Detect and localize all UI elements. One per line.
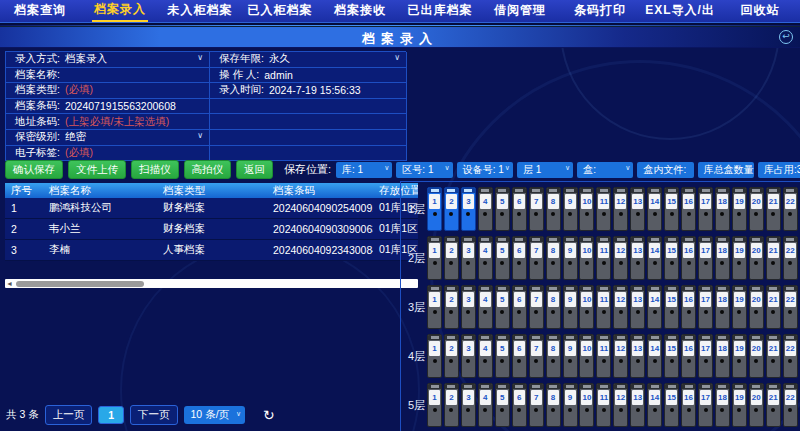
archive-box[interactable]: 1 <box>427 383 442 427</box>
archive-box[interactable]: 5 <box>495 383 510 427</box>
archive-box[interactable]: 2 <box>444 334 459 378</box>
archive-box[interactable]: 18 <box>715 334 730 378</box>
archive-box[interactable]: 14 <box>647 236 662 280</box>
archive-box[interactable]: 17 <box>698 285 713 329</box>
archive-box[interactable]: 2 <box>444 236 459 280</box>
archive-box[interactable]: 6 <box>512 383 527 427</box>
archive-box[interactable]: 3 <box>461 187 476 231</box>
archive-box[interactable]: 12 <box>613 236 628 280</box>
archive-box[interactable]: 15 <box>664 383 679 427</box>
archive-box[interactable]: 5 <box>495 236 510 280</box>
archive-box[interactable]: 17 <box>698 236 713 280</box>
archive-box[interactable]: 13 <box>630 187 645 231</box>
nav-tab[interactable]: 条码打印 <box>560 1 640 21</box>
archive-box[interactable]: 19 <box>732 187 747 231</box>
archive-box[interactable]: 11 <box>596 383 611 427</box>
archive-box[interactable]: 15 <box>664 236 679 280</box>
archive-box[interactable]: 7 <box>529 187 544 231</box>
archive-box[interactable]: 3 <box>461 285 476 329</box>
archive-box[interactable]: 8 <box>546 383 561 427</box>
archive-box[interactable]: 4 <box>478 236 493 280</box>
archive-box[interactable]: 9 <box>563 334 578 378</box>
archive-box[interactable]: 16 <box>681 236 696 280</box>
nav-tab[interactable]: 回收站 <box>720 1 800 21</box>
archive-box[interactable]: 9 <box>563 285 578 329</box>
archive-box[interactable]: 18 <box>715 187 730 231</box>
archive-box[interactable]: 2 <box>444 187 459 231</box>
location-select[interactable]: 库占用:3∨ <box>758 162 800 178</box>
refresh-icon[interactable]: ↻ <box>263 407 275 423</box>
archive-box[interactable]: 1 <box>427 285 442 329</box>
archive-box[interactable]: 13 <box>630 236 645 280</box>
table-row[interactable]: 1鹏鸿科技公司财务档案202406040902540091701库1区 <box>5 198 418 219</box>
nav-tab[interactable]: 档案接收 <box>320 1 400 21</box>
archive-box[interactable]: 21 <box>766 236 781 280</box>
archive-box[interactable]: 3 <box>461 383 476 427</box>
archive-box[interactable]: 13 <box>630 383 645 427</box>
archive-box[interactable]: 1 <box>427 334 442 378</box>
archive-box[interactable]: 3 <box>461 334 476 378</box>
archive-box[interactable]: 14 <box>647 334 662 378</box>
archive-box[interactable]: 6 <box>512 334 527 378</box>
archive-box[interactable]: 7 <box>529 334 544 378</box>
location-select[interactable]: 层 1∨ <box>517 162 573 178</box>
action-button[interactable]: 返回 <box>236 160 273 179</box>
location-select[interactable]: 库: 1∨ <box>336 162 392 178</box>
action-button[interactable]: 确认保存 <box>5 160 63 179</box>
archive-box[interactable]: 14 <box>647 383 662 427</box>
archive-box[interactable]: 5 <box>495 187 510 231</box>
archive-box[interactable]: 18 <box>715 236 730 280</box>
location-select[interactable]: 区号: 1∨ <box>396 162 452 178</box>
archive-box[interactable]: 11 <box>596 187 611 231</box>
archive-box[interactable]: 10 <box>579 187 594 231</box>
archive-box[interactable]: 12 <box>613 285 628 329</box>
archive-box[interactable]: 11 <box>596 236 611 280</box>
archive-box[interactable]: 14 <box>647 187 662 231</box>
archive-box[interactable]: 6 <box>512 285 527 329</box>
nav-tab[interactable]: 未入柜档案 <box>160 1 240 21</box>
action-button[interactable]: 高拍仪 <box>184 160 232 179</box>
archive-box[interactable]: 11 <box>596 334 611 378</box>
archive-box[interactable]: 1 <box>427 187 442 231</box>
nav-tab[interactable]: 档案查询 <box>0 1 80 21</box>
archive-box[interactable]: 20 <box>749 383 764 427</box>
archive-box[interactable]: 10 <box>579 383 594 427</box>
archive-box[interactable]: 18 <box>715 285 730 329</box>
archive-box[interactable]: 16 <box>681 285 696 329</box>
archive-box[interactable]: 10 <box>579 334 594 378</box>
scrollbar-thumb[interactable] <box>16 281 144 287</box>
archive-box[interactable]: 8 <box>546 334 561 378</box>
archive-box[interactable]: 8 <box>546 236 561 280</box>
archive-box[interactable]: 11 <box>596 285 611 329</box>
archive-box[interactable]: 2 <box>444 285 459 329</box>
archive-box[interactable]: 5 <box>495 334 510 378</box>
archive-box[interactable]: 8 <box>546 187 561 231</box>
archive-box[interactable]: 8 <box>546 285 561 329</box>
archive-box[interactable]: 22 <box>783 285 798 329</box>
field-save-years[interactable]: 保存年限: 永久 ∨ <box>210 52 407 68</box>
action-button[interactable]: 扫描仪 <box>131 160 179 179</box>
next-page-button[interactable]: 下一页 <box>130 405 178 425</box>
archive-box[interactable]: 20 <box>749 187 764 231</box>
field-archive-barcode[interactable]: 档案条码: 2024071915563200608 <box>6 99 210 115</box>
location-select[interactable]: 库总盒数量:520∨ <box>698 162 754 178</box>
scroll-left-icon[interactable]: ◄ <box>6 279 13 288</box>
back-icon[interactable]: ↩ <box>779 30 793 44</box>
archive-box[interactable]: 17 <box>698 334 713 378</box>
archive-box[interactable]: 7 <box>529 383 544 427</box>
nav-tab[interactable]: EXL导入/出 <box>640 1 720 21</box>
archive-box[interactable]: 21 <box>766 383 781 427</box>
prev-page-button[interactable]: 上一页 <box>45 405 93 425</box>
archive-box[interactable]: 22 <box>783 334 798 378</box>
field-entry-mode[interactable]: 录入方式: 档案录入 ∨ <box>6 52 210 68</box>
archive-box[interactable]: 9 <box>563 187 578 231</box>
archive-box[interactable]: 19 <box>732 334 747 378</box>
archive-box[interactable]: 15 <box>664 285 679 329</box>
field-archive-name[interactable]: 档案名称: <box>6 68 210 84</box>
archive-box[interactable]: 4 <box>478 187 493 231</box>
archive-box[interactable]: 22 <box>783 383 798 427</box>
archive-box[interactable]: 21 <box>766 334 781 378</box>
archive-box[interactable]: 13 <box>630 334 645 378</box>
archive-box[interactable]: 10 <box>579 236 594 280</box>
archive-box[interactable]: 16 <box>681 334 696 378</box>
